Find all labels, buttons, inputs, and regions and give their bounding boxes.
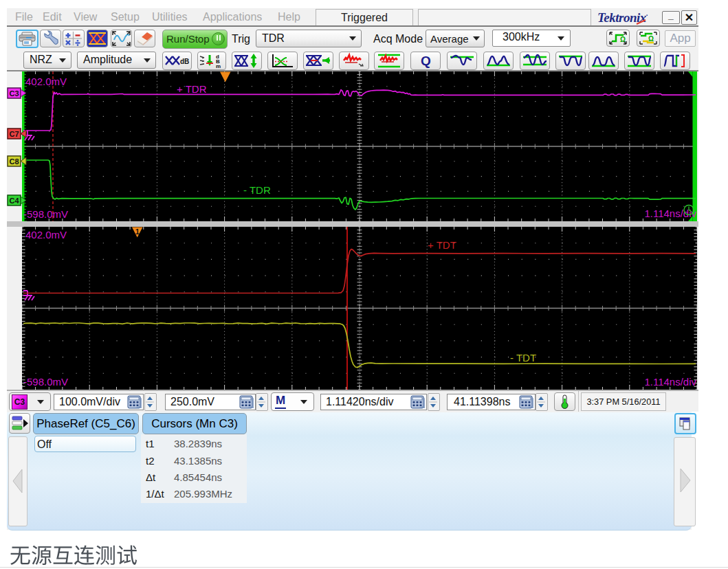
svg-text:Q: Q: [421, 54, 431, 68]
svg-text:-598.0mV: -598.0mV: [23, 376, 68, 388]
svg-text:m: m: [216, 63, 221, 69]
svg-text:C7: C7: [9, 130, 19, 138]
svg-text:C8: C8: [9, 157, 19, 166]
svg-text:C3: C3: [9, 89, 19, 98]
svg-text:dB: dB: [180, 58, 189, 65]
svg-text:-598.0mV: -598.0mV: [23, 208, 68, 220]
svg-text:+ TDR: + TDR: [177, 83, 207, 95]
svg-text:1: 1: [135, 227, 140, 236]
svg-text:C4: C4: [9, 197, 19, 205]
svg-text:- TDR: - TDR: [243, 184, 271, 196]
svg-text:+ TDT: + TDT: [428, 239, 456, 251]
svg-text:1.114ns/div: 1.114ns/div: [644, 376, 696, 388]
svg-text:- TDT: - TDT: [510, 352, 536, 364]
svg-text:402.0mV: 402.0mV: [25, 76, 67, 87]
svg-text:Ω: Ω: [648, 35, 654, 43]
svg-text:402.0mV: 402.0mV: [25, 229, 67, 241]
